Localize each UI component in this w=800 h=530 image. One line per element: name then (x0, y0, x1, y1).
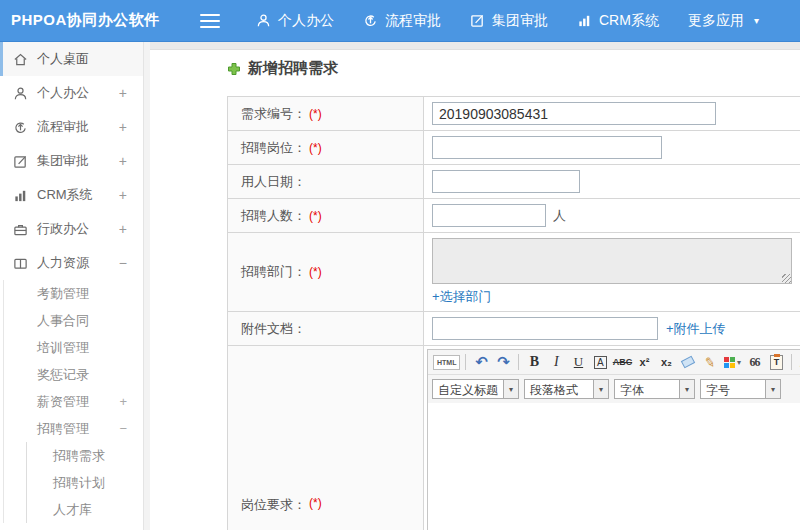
nav-personal-office[interactable]: 个人办公 (256, 12, 334, 30)
sidebar-item-workflow-approval[interactable]: 流程审批 + (0, 110, 143, 144)
collapse-icon[interactable]: − (119, 255, 127, 271)
superscript-button[interactable]: x² (634, 353, 654, 372)
resize-grip-icon[interactable] (782, 274, 791, 283)
sidebar-item-recruitment-plan[interactable]: 招聘计划 (27, 469, 143, 496)
sidebar-item-crm[interactable]: CRM系统 + (0, 178, 143, 212)
italic-button[interactable]: I (546, 353, 566, 372)
field-label: 需求编号： (*) (228, 97, 424, 130)
topbar: PHPOA协同办公软件 个人办公 流程审批 集团审批 CRM系统 (0, 0, 800, 42)
sidebar-item-group-approval[interactable]: 集团审批 + (0, 144, 143, 178)
sidebar-item-recruitment-demand[interactable]: 招聘需求 (27, 442, 143, 469)
caret-down-icon: ▾ (737, 358, 741, 367)
sidebar-item-recruitment[interactable]: 招聘管理 − (4, 415, 143, 442)
field-control: +附件上传 (424, 312, 800, 345)
headcount-input[interactable] (432, 204, 546, 227)
label-text: 招聘部门： (241, 263, 306, 281)
sidebar-item-training[interactable]: 培训管理 (4, 334, 143, 361)
position-input[interactable] (432, 136, 662, 159)
paste-button[interactable]: T (766, 353, 786, 372)
remove-format-button[interactable] (678, 353, 698, 372)
expand-icon[interactable]: + (119, 187, 127, 203)
format-painter-button[interactable]: ✎ (699, 351, 722, 373)
sidebar-item-label: 人才库 (53, 501, 92, 519)
border-text-button[interactable]: A (590, 353, 610, 372)
attachment-upload-link[interactable]: +附件上传 (666, 320, 726, 338)
redo-button[interactable]: ↷ (493, 353, 513, 372)
theme-color-button[interactable]: ▾ (722, 353, 742, 372)
nav-more-apps[interactable]: 更多应用 ▾ (688, 12, 759, 30)
recruitment-submenu: 招聘需求 招聘计划 人才库 (26, 442, 143, 523)
select-value: 段落格式 (525, 380, 593, 398)
bar-chart-icon (577, 13, 592, 28)
editor-toolbar-row1: HTML ↶ ↷ B I U A ABC x² x₂ (428, 350, 800, 375)
sidebar-item-attendance[interactable]: 考勤管理 (4, 280, 143, 307)
form-row-job-requirements: 岗位要求： (*) HTML ↶ ↷ B I U A (228, 346, 800, 530)
subscript-button[interactable]: x₂ (656, 353, 676, 372)
form-row-demand-number: 需求编号： (*) (228, 97, 800, 131)
app-logo: PHPOA协同办公软件 (0, 11, 178, 30)
label-text: 用人日期： (241, 173, 306, 191)
toolbar-separator (518, 354, 519, 370)
sidebar-item-label: 行政办公 (37, 220, 89, 238)
blockquote-button[interactable]: 66 (744, 353, 764, 372)
expand-icon[interactable]: + (119, 119, 127, 135)
editor-content-area[interactable] (428, 403, 800, 530)
recruitment-demand-form: 需求编号： (*) 招聘岗位： (*) 用人日期： (227, 96, 800, 530)
sidebar-item-desktop[interactable]: 个人桌面 (0, 42, 143, 76)
required-marker: (*) (309, 265, 322, 279)
undo-button[interactable]: ↶ (471, 353, 491, 372)
nav-group-approval[interactable]: 集团审批 (470, 12, 548, 30)
field-control: HTML ↶ ↷ B I U A ABC x² x₂ (424, 346, 800, 530)
field-label: 附件文档： (228, 312, 424, 345)
nav-label: 更多应用 (688, 12, 744, 30)
department-textarea[interactable] (432, 238, 792, 284)
hamburger-menu-icon[interactable] (200, 14, 220, 28)
form-row-headcount: 招聘人数： (*) 人 (228, 199, 800, 233)
sidebar-item-rewards[interactable]: 奖惩记录 (4, 361, 143, 388)
sidebar-item-personal-office[interactable]: 个人办公 + (0, 76, 143, 110)
sidebar-item-hr-contract[interactable]: 人事合同 (4, 307, 143, 334)
select-value: 字号 (701, 380, 765, 398)
expand-icon[interactable]: + (119, 153, 127, 169)
headcount-unit: 人 (553, 207, 566, 225)
html-source-button[interactable]: HTML (433, 355, 460, 370)
sidebar-item-hr[interactable]: 人力资源 − (0, 246, 143, 280)
hr-submenu: 考勤管理 人事合同 培训管理 奖惩记录 薪资管理 + 招聘管理 − 招聘需求 招… (3, 280, 143, 523)
font-size-select[interactable]: 字号 ▾ (700, 379, 781, 399)
select-value: 自定义标题 (433, 380, 503, 398)
underline-button[interactable]: U (568, 353, 588, 372)
sidebar-scrollbar[interactable] (143, 42, 150, 530)
toolbar-separator (465, 354, 466, 370)
field-control (424, 97, 800, 130)
caret-down-icon: ▾ (593, 380, 608, 398)
eraser-icon (681, 356, 695, 369)
attachment-input[interactable] (432, 317, 658, 340)
strikethrough-button[interactable]: ABC (612, 353, 632, 372)
rich-text-editor: HTML ↶ ↷ B I U A ABC x² x₂ (427, 349, 800, 530)
sidebar-item-salary[interactable]: 薪资管理 + (4, 388, 143, 415)
expand-icon[interactable]: + (119, 221, 127, 237)
collapse-icon[interactable]: − (119, 421, 127, 436)
page-title: 新增招聘需求 (227, 59, 338, 78)
demand-number-input[interactable] (432, 102, 716, 125)
sidebar-item-label: 人事合同 (37, 312, 89, 330)
custom-heading-select[interactable]: 自定义标题 ▾ (432, 379, 519, 399)
bold-button[interactable]: B (524, 353, 544, 372)
select-department-link[interactable]: +选择部门 (432, 288, 492, 306)
expand-icon[interactable]: + (119, 394, 127, 409)
sidebar-item-admin-office[interactable]: 行政办公 + (0, 212, 143, 246)
hire-date-input[interactable] (432, 170, 580, 193)
field-control: 人 (424, 199, 800, 232)
paragraph-format-select[interactable]: 段落格式 ▾ (524, 379, 609, 399)
sidebar-item-label: 考勤管理 (37, 285, 89, 303)
font-family-select[interactable]: 字体 ▾ (614, 379, 695, 399)
briefcase-icon (13, 222, 28, 237)
top-navigation: 个人办公 流程审批 集团审批 CRM系统 更多应用 ▾ (256, 12, 788, 30)
sidebar-item-label: 招聘需求 (53, 447, 105, 465)
sidebar-item-talent-pool[interactable]: 人才库 (27, 496, 143, 523)
nav-workflow-approval[interactable]: 流程审批 (363, 12, 441, 30)
clipboard-icon: T (770, 355, 783, 370)
nav-crm[interactable]: CRM系统 (577, 12, 659, 30)
edit-icon (470, 13, 485, 28)
expand-icon[interactable]: + (119, 85, 127, 101)
